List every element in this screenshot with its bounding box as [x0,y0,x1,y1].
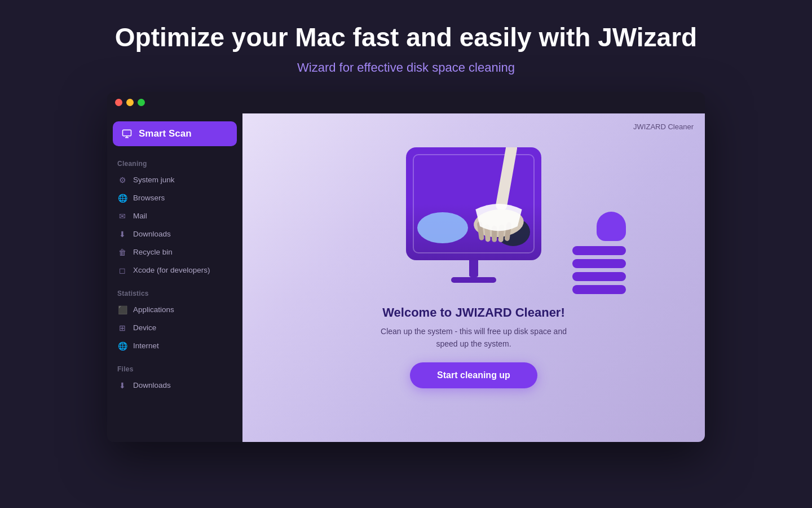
sidebar-item-label: Browsers [133,194,165,202]
mail-icon: ✉ [117,211,127,221]
monitor-base [451,277,496,283]
monitor [406,147,541,283]
cleaning-section: Cleaning ⚙ System junk 🌐 Browsers ✉ Mail… [113,157,237,279]
svg-rect-0 [123,130,131,136]
sidebar-item-xcode[interactable]: ◻ Xcode (for developers) [113,261,237,279]
sidebar-item-browsers[interactable]: 🌐 Browsers [113,189,237,207]
title-bar [107,92,705,113]
app-window: Smart Scan Cleaning ⚙ System junk 🌐 Brow… [107,92,705,442]
welcome-title: Welcome to JWIZARD Cleaner! [381,305,567,320]
sidebar-item-recycle-bin[interactable]: 🗑 Recycle bin [113,243,237,261]
page-header: Optimize your Mac fast and easily with J… [0,0,812,92]
sidebar-item-device[interactable]: ⊞ Device [113,319,237,337]
monitor-screen [406,147,541,260]
svg-rect-3 [495,147,518,212]
sidebar-item-internet[interactable]: 🌐 Internet [113,337,237,355]
close-button[interactable] [115,99,122,106]
sidebar: Smart Scan Cleaning ⚙ System junk 🌐 Brow… [107,113,242,442]
sidebar-item-label: Internet [133,341,159,350]
minimize-button[interactable] [126,99,134,106]
sidebar-item-mail[interactable]: ✉ Mail [113,207,237,225]
recycle-bin-icon: 🗑 [117,247,127,257]
sidebar-item-label: System junk [133,176,175,184]
files-section-label: Files [113,363,237,376]
monitor-stand [469,260,478,277]
start-cleaning-button[interactable]: Start cleaning up [410,362,537,388]
sidebar-item-downloads[interactable]: ⬇ Downloads [113,225,237,243]
internet-icon: 🌐 [117,341,127,351]
system-junk-icon: ⚙ [117,175,127,185]
smart-scan-button[interactable]: Smart Scan [113,121,237,146]
sidebar-item-files-downloads[interactable]: ⬇ Downloads [113,376,237,395]
xcode-icon: ◻ [117,265,127,275]
sidebar-item-label: Xcode (for developers) [133,266,210,274]
sidebar-item-label: Recycle bin [133,248,173,256]
page-title: Optimize your Mac fast and easily with J… [11,23,801,52]
sidebar-item-label: Applications [133,305,174,314]
thumb-bar-1 [572,246,626,255]
welcome-description: Clean up the system - this will free up … [381,326,567,350]
app-brand: JWIZARD Cleaner [633,122,694,131]
illustration-area [389,136,558,294]
cleaning-section-label: Cleaning [113,157,237,171]
device-icon: ⊞ [117,323,127,333]
statistics-section-label: Statistics [113,287,237,301]
downloads-icon: ⬇ [117,229,127,239]
welcome-section: Welcome to JWIZARD Cleaner! Clean up the… [358,294,589,388]
sidebar-item-label: Downloads [133,230,171,238]
sidebar-item-label: Downloads [133,381,171,389]
sidebar-item-applications[interactable]: ⬛ Applications [113,301,237,319]
files-downloads-icon: ⬇ [117,380,127,391]
window-buttons [115,99,145,106]
sidebar-item-label: Mail [133,212,147,220]
thumb-bar-3 [572,272,626,281]
applications-icon: ⬛ [117,305,127,315]
thumb-top [597,212,626,241]
files-section: Files ⬇ Downloads [113,363,237,395]
thumbs-up-decoration [572,212,626,294]
maximize-button[interactable] [138,99,145,106]
statistics-section: Statistics ⬛ Applications ⊞ Device 🌐 Int… [113,287,237,355]
smart-scan-icon [122,129,132,139]
thumb-bar-2 [572,259,626,268]
smart-scan-label: Smart Scan [139,128,192,139]
page-subtitle: Wizard for effective disk space cleaning [11,60,801,75]
sidebar-item-label: Device [133,323,156,332]
sidebar-item-system-junk[interactable]: ⚙ System junk [113,171,237,189]
browsers-icon: 🌐 [117,193,127,203]
thumb-bar-4 [572,285,626,294]
broom-illustration [457,147,541,255]
main-content: JWIZARD Cleaner [242,113,705,442]
app-body: Smart Scan Cleaning ⚙ System junk 🌐 Brow… [107,113,705,442]
